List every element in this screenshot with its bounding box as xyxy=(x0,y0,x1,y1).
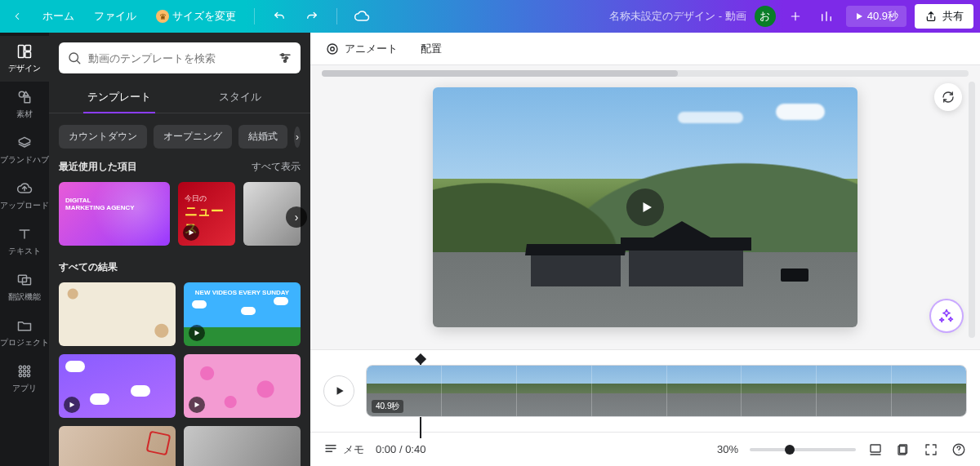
template-thumb[interactable] xyxy=(184,354,301,418)
rail-projects[interactable]: プロジェクト xyxy=(0,310,49,356)
panel-tabs: テンプレート スタイル xyxy=(49,83,310,113)
horizontal-scrollbar[interactable] xyxy=(322,70,969,77)
video-preview[interactable] xyxy=(433,87,858,327)
animate-button[interactable]: アニメート xyxy=(325,42,398,56)
template-thumb[interactable]: DIGITAL MARKETING AGENCY xyxy=(59,182,170,246)
rail-text-label: テキスト xyxy=(8,246,41,257)
rail-apps[interactable]: アプリ xyxy=(0,356,49,402)
rail-elements[interactable]: 素材 xyxy=(0,82,49,127)
all-results-head: すべての結果 xyxy=(49,255,310,279)
view-grid-button[interactable] xyxy=(867,442,884,458)
position-button[interactable]: 配置 xyxy=(421,42,442,56)
timeline-clip[interactable] xyxy=(892,366,966,416)
add-member-button[interactable] xyxy=(784,5,807,28)
recent-title: 最近使用した項目 xyxy=(59,160,137,174)
svg-point-13 xyxy=(19,374,21,376)
cloud-sync-icon[interactable] xyxy=(350,5,373,28)
zoom-text: 30% xyxy=(717,443,738,455)
rail-design[interactable]: デザイン xyxy=(0,36,49,82)
vertical-scrollbar[interactable] xyxy=(969,82,975,338)
recent-thumbs: DIGITAL MARKETING AGENCY 今日の ニュース › xyxy=(49,179,310,255)
canvas-play-button[interactable] xyxy=(626,189,664,226)
zoom-slider[interactable] xyxy=(750,448,856,451)
template-thumb[interactable]: NEW VIDEOS EVERY SUNDAY xyxy=(184,282,301,346)
notes-button[interactable]: メモ xyxy=(323,442,364,457)
rail-upload[interactable]: アップロード xyxy=(0,173,49,219)
chip-opening[interactable]: オープニング xyxy=(154,125,232,149)
template-thumb[interactable]: 今日の ニュース xyxy=(178,182,235,246)
fullscreen-button[interactable] xyxy=(923,442,939,458)
chip-countdown[interactable]: カウントダウン xyxy=(59,125,147,149)
timeline-clip[interactable] xyxy=(442,366,517,416)
svg-point-21 xyxy=(331,47,335,51)
svg-point-16 xyxy=(69,53,78,62)
canvas-stage[interactable] xyxy=(310,65,980,350)
chip-scroll-right[interactable]: › xyxy=(294,126,301,148)
template-thumb[interactable] xyxy=(59,282,176,346)
magic-button[interactable] xyxy=(931,300,962,331)
time-display: 0:00 / 0:40 xyxy=(376,443,425,455)
nav-rail: デザイン 素材 ブランドハブ アップロード テキスト 翻訳機能 プロジェクト xyxy=(0,33,49,466)
scene-clouds xyxy=(776,104,825,120)
rail-translate-label: 翻訳機能 xyxy=(8,291,41,303)
timeline-clip[interactable] xyxy=(517,366,592,416)
timeline-clip[interactable]: 40.9秒 xyxy=(367,366,442,416)
refresh-button[interactable] xyxy=(934,83,962,111)
avatar-letter: お xyxy=(760,9,770,24)
redo-button[interactable] xyxy=(301,5,323,28)
rail-upload-label: アップロード xyxy=(0,200,49,211)
recent-see-all[interactable]: すべて表示 xyxy=(252,160,301,174)
tab-templates[interactable]: テンプレート xyxy=(59,83,180,113)
timeline-clip[interactable] xyxy=(667,366,742,416)
thumb-label: DIGITAL MARKETING AGENCY xyxy=(65,197,135,211)
search-input[interactable] xyxy=(88,52,271,64)
user-avatar[interactable]: お xyxy=(755,6,776,27)
timeline-track[interactable]: 40.9秒 xyxy=(366,365,967,417)
canvas-area: アニメート 配置 xyxy=(310,33,980,466)
chip-row: カウントダウン オープニング 結婚式 › xyxy=(49,113,310,155)
file-label: ファイル xyxy=(94,9,136,24)
svg-point-7 xyxy=(19,366,21,368)
svg-rect-1 xyxy=(25,46,31,51)
rail-translate[interactable]: 翻訳機能 xyxy=(0,264,49,310)
pages-button[interactable] xyxy=(895,442,911,458)
svg-point-26 xyxy=(959,452,960,453)
timeline-clip[interactable] xyxy=(742,366,817,416)
template-thumb[interactable] xyxy=(184,426,301,466)
share-label: 共有 xyxy=(942,9,964,24)
tab-styles[interactable]: スタイル xyxy=(180,83,301,113)
timeline-clip[interactable] xyxy=(817,366,892,416)
svg-point-15 xyxy=(27,374,29,376)
top-bar-left: ホーム ファイル ♛ サイズを変更 xyxy=(7,5,373,28)
timeline-clip[interactable] xyxy=(592,366,667,416)
analytics-button[interactable] xyxy=(815,5,838,28)
share-button[interactable]: 共有 xyxy=(915,4,973,29)
svg-rect-2 xyxy=(25,52,31,58)
template-thumb[interactable] xyxy=(59,354,176,418)
svg-point-20 xyxy=(327,44,337,54)
file-menu[interactable]: ファイル xyxy=(89,6,141,27)
duration-label: 40.9秒 xyxy=(867,9,898,24)
template-search[interactable] xyxy=(59,42,301,73)
play-badge-icon xyxy=(189,397,205,413)
timeline-play-button[interactable] xyxy=(323,375,354,406)
preview-play-button[interactable]: 40.9秒 xyxy=(846,6,906,27)
home-button[interactable]: ホーム xyxy=(38,6,79,27)
context-toolbar: アニメート 配置 xyxy=(310,33,980,65)
template-thumb[interactable] xyxy=(59,426,176,466)
undo-button[interactable] xyxy=(268,5,291,28)
svg-point-9 xyxy=(27,366,29,368)
back-button[interactable] xyxy=(7,7,28,25)
chip-wedding[interactable]: 結婚式 xyxy=(238,125,287,149)
document-title[interactable]: 名称未設定のデザイン - 動画 xyxy=(609,9,746,24)
rail-text[interactable]: テキスト xyxy=(0,219,49,264)
play-badge-icon xyxy=(183,224,199,241)
rail-brandhub[interactable]: ブランドハブ xyxy=(0,127,49,173)
recent-scroll-right[interactable]: › xyxy=(286,206,307,228)
filter-icon[interactable] xyxy=(278,51,292,65)
resize-button[interactable]: ♛ サイズを変更 xyxy=(151,6,241,27)
help-button[interactable] xyxy=(951,442,967,458)
rail-apps-label: アプリ xyxy=(12,383,37,394)
resize-label: サイズを変更 xyxy=(172,9,236,24)
position-label: 配置 xyxy=(421,42,442,56)
